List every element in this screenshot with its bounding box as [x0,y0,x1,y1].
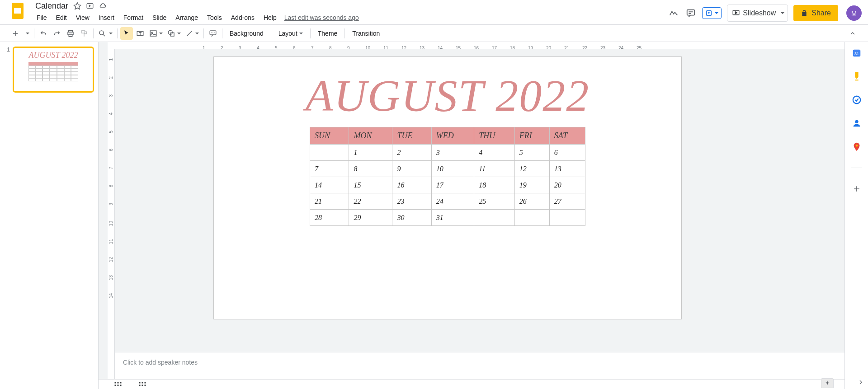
new-slide-dropdown[interactable] [23,27,31,40]
calendar-cell[interactable]: 9 [392,161,431,177]
tasks-sidepanel-icon[interactable] [851,94,862,105]
calendar-cell[interactable]: 28 [310,210,349,226]
slides-app-icon[interactable] [9,2,27,20]
calendar-day-header[interactable]: THU [474,127,515,145]
filmstrip-view-icon[interactable] [138,380,146,389]
calendar-table[interactable]: SUNMONTUEWEDTHUFRISAT 123456789101112131… [310,127,585,226]
star-icon[interactable] [73,1,82,10]
redo-button[interactable] [51,27,63,40]
calendar-cell[interactable]: 4 [474,145,515,161]
paint-format-button[interactable] [78,27,90,40]
move-icon[interactable] [85,1,94,10]
calendar-cell[interactable]: 29 [349,210,392,226]
calendar-cell[interactable]: 3 [431,145,474,161]
calendar-cell[interactable]: 7 [310,161,349,177]
menu-file[interactable]: File [33,13,51,22]
share-button[interactable]: Share [793,5,838,21]
calendar-cell[interactable]: 31 [431,210,474,226]
add-sidepanel-icon[interactable] [851,183,862,194]
print-button[interactable] [64,27,77,40]
calendar-day-header[interactable]: TUE [392,127,431,145]
calendar-cell[interactable]: 23 [392,193,431,210]
calendar-cell[interactable]: 13 [549,161,585,177]
calendar-cell[interactable]: 20 [549,177,585,193]
ruler-horizontal[interactable]: 1234567891011121314151617181920212223242… [108,42,844,49]
undo-button[interactable] [37,27,50,40]
maps-sidepanel-icon[interactable] [851,141,862,152]
calendar-cell[interactable]: 18 [474,177,515,193]
background-button[interactable]: Background [225,27,268,40]
new-slide-button[interactable] [9,27,22,40]
calendar-cell[interactable]: 15 [349,177,392,193]
calendar-cell[interactable]: 25 [474,193,515,210]
shape-button[interactable] [165,27,183,40]
calendar-cell[interactable] [310,145,349,161]
calendar-cell[interactable]: 5 [514,145,549,161]
ruler-vertical[interactable]: 1234567891011121314 [108,49,115,389]
calendar-cell[interactable]: 1 [349,145,392,161]
calendar-cell[interactable]: 16 [392,177,431,193]
collapse-toolbar-button[interactable] [846,27,859,40]
keep-sidepanel-icon[interactable] [851,71,862,82]
calendar-cell[interactable] [514,210,549,226]
contacts-sidepanel-icon[interactable] [851,118,862,129]
theme-button[interactable]: Theme [313,27,342,40]
menu-format[interactable]: Format [119,13,147,22]
calendar-cell[interactable]: 21 [310,193,349,210]
layout-button[interactable]: Layout [274,27,307,40]
menu-view[interactable]: View [72,13,94,22]
calendar-day-header[interactable]: WED [431,127,474,145]
present-upload-button[interactable] [702,7,722,19]
menu-help[interactable]: Help [259,13,281,22]
menu-tools[interactable]: Tools [203,13,226,22]
transition-button[interactable]: Transition [348,27,384,40]
hide-sidepanel-icon[interactable] [855,377,866,388]
calendar-cell[interactable]: 27 [549,193,585,210]
calendar-day-header[interactable]: FRI [514,127,549,145]
activity-icon[interactable] [668,7,679,19]
comment-button[interactable] [207,27,219,40]
calendar-cell[interactable]: 10 [431,161,474,177]
cloud-saved-icon[interactable] [98,1,107,10]
slideshow-dropdown[interactable] [776,5,788,21]
calendar-cell[interactable]: 17 [431,177,474,193]
calendar-cell[interactable]: 11 [474,161,515,177]
menu-arrange[interactable]: Arrange [171,13,202,22]
comments-icon[interactable] [685,7,697,19]
user-avatar[interactable]: M [846,5,862,21]
calendar-sidepanel-icon[interactable]: 31 [851,47,862,58]
calendar-cell[interactable]: 26 [514,193,549,210]
zoom-button[interactable] [96,27,114,40]
slide-title-text[interactable]: AUGUST 2022 [214,70,681,122]
slide-thumbnail-1[interactable]: AUGUST 2022 [13,47,94,93]
calendar-day-header[interactable]: SUN [310,127,349,145]
menu-insert[interactable]: Insert [94,13,118,22]
calendar-cell[interactable] [549,210,585,226]
calendar-cell[interactable] [474,210,515,226]
calendar-cell[interactable]: 14 [310,177,349,193]
grid-view-icon[interactable] [114,380,122,389]
calendar-cell[interactable]: 19 [514,177,549,193]
speaker-notes[interactable]: Click to add speaker notes [115,352,844,379]
slideshow-button[interactable]: Slideshow [727,5,776,21]
menu-slide[interactable]: Slide [148,13,170,22]
calendar-day-header[interactable]: SAT [549,127,585,145]
calendar-cell[interactable]: 8 [349,161,392,177]
last-edit-link[interactable]: Last edit was seconds ago [284,14,359,21]
calendar-cell[interactable]: 24 [431,193,474,210]
document-title[interactable]: Calendar [33,1,71,11]
canvas[interactable]: AUGUST 2022 SUNMONTUEWEDTHUFRISAT 123456… [115,49,844,389]
line-button[interactable] [184,27,201,40]
calendar-cell[interactable]: 2 [392,145,431,161]
calendar-cell[interactable]: 6 [549,145,585,161]
menu-addons[interactable]: Add-ons [227,13,259,22]
calendar-cell[interactable]: 12 [514,161,549,177]
textbox-button[interactable] [134,27,146,40]
select-tool-button[interactable] [120,27,133,40]
calendar-cell[interactable]: 22 [349,193,392,210]
slide-canvas[interactable]: AUGUST 2022 SUNMONTUEWEDTHUFRISAT 123456… [213,56,682,319]
menu-edit[interactable]: Edit [52,13,71,22]
image-button[interactable] [147,27,165,40]
explore-button[interactable] [821,378,834,388]
calendar-day-header[interactable]: MON [349,127,392,145]
